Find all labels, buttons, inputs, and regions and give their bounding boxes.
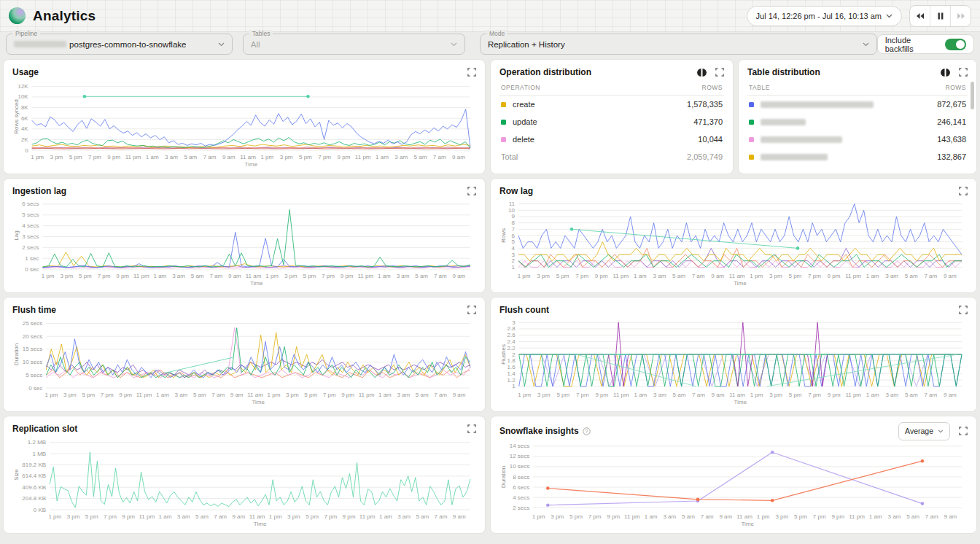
svg-text:7 pm: 7 pm (322, 273, 335, 279)
svg-text:7 pm: 7 pm (104, 513, 117, 520)
svg-text:7 am: 7 am (692, 392, 705, 398)
expand-icon[interactable] (467, 424, 476, 433)
expand-icon[interactable] (959, 68, 968, 77)
expand-icon[interactable] (959, 187, 968, 195)
svg-text:3 am: 3 am (887, 513, 901, 520)
svg-text:1 pm: 1 pm (268, 392, 281, 398)
tables-value: All (251, 40, 260, 49)
svg-text:9 pm: 9 pm (343, 513, 356, 520)
expand-icon[interactable] (467, 68, 476, 77)
tables-select[interactable]: Tables All (243, 34, 465, 55)
svg-text:9 am: 9 am (453, 513, 466, 520)
card-title: Replication slot (12, 424, 77, 434)
svg-text:2.6: 2.6 (508, 332, 516, 338)
include-backfills-toggle[interactable] (945, 39, 966, 50)
svg-text:3 am: 3 am (885, 392, 898, 398)
total-value: 2,059,749 (687, 152, 723, 161)
svg-text:Flushes: Flushes (500, 344, 507, 365)
svg-text:9 am: 9 am (232, 513, 245, 520)
expand-icon[interactable] (715, 68, 724, 77)
svg-text:8 secs: 8 secs (513, 474, 529, 481)
svg-text:11 am: 11 am (729, 273, 745, 279)
replication-slot-chart[interactable]: 0 KB204.8 KB409.6 KB614.4 KB819.2 KB1 MB… (12, 435, 476, 527)
pie-chart-icon[interactable] (941, 68, 950, 77)
aggregation-select[interactable]: Average (898, 422, 950, 440)
svg-text:7 am: 7 am (434, 392, 447, 398)
pie-chart-icon[interactable] (697, 68, 707, 77)
card-title: Row lag (499, 186, 533, 196)
svg-text:9 pm: 9 pm (107, 154, 120, 160)
svg-text:7 am: 7 am (211, 392, 225, 398)
flush-count-chart[interactable]: 11.21.41.61.822.22.42.62.831 pm3 pm5 pm7… (499, 316, 968, 405)
expand-icon[interactable] (467, 306, 476, 314)
fast-forward-button[interactable] (950, 6, 971, 26)
svg-text:5 secs: 5 secs (22, 211, 39, 218)
svg-text:5 am: 5 am (906, 513, 919, 520)
chevron-down-icon (863, 42, 869, 47)
svg-text:7 am: 7 am (924, 273, 937, 279)
svg-text:5 pm: 5 pm (556, 392, 569, 398)
date-range-selector[interactable]: Jul 14, 12:26 pm - Jul 16, 10:13 am (747, 6, 902, 26)
ingestion-lag-chart[interactable]: 0 sec1 sec2 secs3 secs4 secs5 secs6 secs… (12, 198, 476, 287)
row-count: 132,867 (937, 152, 966, 161)
help-icon[interactable]: ? (583, 427, 591, 435)
operation-rows: create1,578,335update471,370delete10,044 (499, 96, 724, 148)
pipeline-value: postgres-common-to-snowflake (69, 40, 186, 49)
svg-text:3 pm: 3 pm (769, 392, 782, 398)
pipeline-select[interactable]: Pipeline postgres-common-to-snowflake (6, 34, 233, 55)
svg-text:7 am: 7 am (692, 273, 705, 279)
svg-text:3 pm: 3 pm (284, 273, 298, 279)
top-bar: Analytics Jul 14, 12:26 pm - Jul 16, 10:… (0, 0, 980, 32)
expand-icon[interactable] (467, 187, 476, 195)
svg-text:1 pm: 1 pm (757, 513, 770, 520)
svg-text:3 am: 3 am (397, 513, 411, 520)
app-logo-sphere-icon (9, 7, 26, 24)
date-range-text: Jul 14, 12:26 pm - Jul 16, 10:13 am (756, 12, 882, 20)
svg-text:3 pm: 3 pm (60, 273, 73, 279)
svg-text:9 pm: 9 pm (116, 273, 129, 279)
svg-text:3 pm: 3 pm (775, 513, 788, 520)
svg-text:9 pm: 9 pm (338, 154, 351, 160)
table-distribution-card: Table distribution TABLE ROWS 872,675246… (738, 59, 977, 174)
svg-text:Lag: Lag (13, 230, 20, 240)
svg-text:9 pm: 9 pm (122, 513, 135, 520)
svg-text:5 pm: 5 pm (788, 273, 801, 279)
svg-text:7 am: 7 am (214, 513, 227, 520)
column-header: ROWS (702, 84, 723, 91)
svg-text:204.8 KB: 204.8 KB (22, 495, 46, 502)
svg-text:3 am: 3 am (885, 273, 898, 279)
svg-text:11 am: 11 am (247, 392, 263, 398)
usage-chart[interactable]: 02K4K6K8K10K12K1 pm3 pm5 pm7 pm9 pm11 pm… (12, 79, 476, 168)
svg-text:1 am: 1 am (146, 154, 159, 160)
svg-text:1 pm: 1 pm (532, 513, 545, 520)
expand-icon[interactable] (959, 427, 968, 435)
table-row: update471,370 (499, 113, 724, 131)
svg-text:5 am: 5 am (184, 154, 197, 160)
replication-slot-card: Replication slot 0 KB204.8 KB409.6 KB614… (3, 416, 486, 534)
expand-icon[interactable] (959, 306, 968, 314)
svg-text:0 sec: 0 sec (25, 266, 39, 273)
usage-card: Usage 02K4K6K8K10K12K1 pm3 pm5 pm7 pm9 p… (3, 59, 486, 174)
svg-text:11: 11 (509, 201, 516, 207)
row-count: 471,370 (693, 117, 723, 126)
svg-text:9 am: 9 am (222, 154, 236, 160)
svg-text:5 pm: 5 pm (306, 513, 319, 520)
svg-text:1 pm: 1 pm (260, 154, 273, 160)
mode-select[interactable]: Mode Replication + History (480, 34, 877, 55)
svg-text:1 MB: 1 MB (33, 451, 47, 457)
svg-text:15 secs: 15 secs (23, 346, 43, 352)
svg-text:20 secs: 20 secs (23, 333, 43, 340)
row-lag-chart[interactable]: 12345678910111 pm3 pm5 pm7 pm9 pm11 pm1 … (499, 198, 968, 287)
flush-time-chart[interactable]: 0 sec5 secs10 secs15 secs20 secs25 secs1… (12, 316, 476, 405)
svg-text:3 pm: 3 pm (280, 154, 293, 160)
row-count: 10,044 (698, 135, 723, 144)
svg-text:10 secs: 10 secs (23, 359, 43, 365)
playback-controls (909, 5, 971, 27)
svg-text:Rows: Rows (500, 228, 507, 243)
snowflake-insights-chart[interactable]: 2 secs4 secs6 secs8 secs10 secs12 secs14… (499, 440, 968, 527)
scrollbar-thumb[interactable] (971, 82, 974, 109)
svg-text:Time: Time (252, 399, 265, 405)
pause-button[interactable] (930, 6, 950, 26)
rewind-button[interactable] (910, 6, 930, 26)
table-distribution-rows: 872,675246,141143,638132,86784,56765,560… (747, 96, 968, 168)
